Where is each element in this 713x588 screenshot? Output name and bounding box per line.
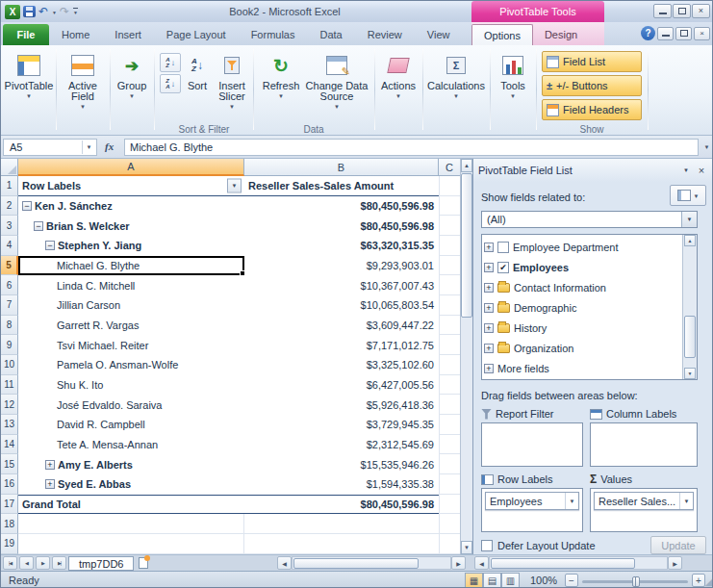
expand-icon[interactable]: + xyxy=(484,263,494,272)
sort-button[interactable]: AZ↓ Sort xyxy=(181,49,214,122)
row-header-3[interactable]: 3 xyxy=(1,216,18,236)
cell-A3[interactable]: −Brian S. Welcker xyxy=(18,216,244,236)
sheet-tab-tmp7DD6[interactable]: tmp7DD6 xyxy=(68,556,134,571)
pivottable-button[interactable]: PivotTable ▼ xyxy=(4,49,54,122)
cell-C18[interactable] xyxy=(439,514,460,534)
row-header-2[interactable]: 2 xyxy=(1,196,18,217)
defer-layout-checkbox[interactable] xyxy=(481,540,493,551)
row-header-11[interactable]: 11 xyxy=(1,375,18,396)
cell-A14[interactable]: Tete A. Mensa-Annan xyxy=(18,435,244,455)
expand-icon[interactable]: + xyxy=(484,344,494,353)
qat-customize-icon[interactable]: ▼ xyxy=(73,8,78,15)
cell-C12[interactable] xyxy=(439,395,460,415)
cell-B3[interactable]: $80,450,596.98 xyxy=(244,216,439,236)
undo-dropdown-icon[interactable]: ▼ xyxy=(52,9,57,15)
cell-B10[interactable]: $3,325,102.60 xyxy=(244,355,439,375)
cell-C7[interactable] xyxy=(439,295,460,316)
dropdown-icon[interactable]: ▼ xyxy=(565,493,578,509)
collapse-toggle[interactable]: − xyxy=(34,221,43,231)
row-header-12[interactable]: 12 xyxy=(1,395,18,415)
cell-C2[interactable] xyxy=(439,196,460,217)
zoom-level[interactable]: 100% xyxy=(526,575,561,586)
workbook-restore-button[interactable] xyxy=(675,27,692,40)
row-header-9[interactable]: 9 xyxy=(1,335,18,355)
values-area[interactable]: Reseller Sales...▼ xyxy=(590,488,698,532)
report-filter-area[interactable] xyxy=(481,422,583,467)
cell-A2[interactable]: −Ken J. Sánchez xyxy=(18,196,244,217)
tab-home[interactable]: Home xyxy=(49,24,102,45)
collapse-toggle[interactable]: − xyxy=(22,201,32,211)
column-header-C[interactable]: C xyxy=(439,159,460,176)
close-button[interactable]: × xyxy=(692,4,710,18)
cell-A12[interactable]: José Edvaldo. Saraiva xyxy=(18,395,244,415)
redo-icon[interactable]: ↷ xyxy=(60,6,69,17)
workbook-minimize-button[interactable] xyxy=(657,27,674,40)
cell-A9[interactable]: Tsvi Michael. Reiter xyxy=(18,335,244,355)
page-break-view-button[interactable]: ▥ xyxy=(501,573,520,588)
dropdown-icon[interactable]: ▼ xyxy=(679,493,693,509)
row-header-10[interactable]: 10 xyxy=(1,355,18,375)
tab-review[interactable]: Review xyxy=(355,24,415,45)
cell-C9[interactable] xyxy=(439,335,460,355)
cell-C11[interactable] xyxy=(439,375,460,396)
field-list-scrollbar-thumb[interactable] xyxy=(684,316,696,358)
tab-formulas[interactable]: Formulas xyxy=(239,24,308,45)
field-item[interactable]: +Employee Department xyxy=(484,237,680,257)
row-header-6[interactable]: 6 xyxy=(1,275,18,295)
field-item[interactable]: +✔Employees xyxy=(484,257,680,277)
field-list-toggle[interactable]: Field List xyxy=(542,51,642,72)
cell-C4[interactable] xyxy=(439,236,460,256)
row-header-17[interactable]: 17 xyxy=(1,495,18,515)
scroll-down-icon[interactable]: ▼ xyxy=(684,368,696,379)
row-header-5[interactable]: 5 xyxy=(1,256,18,276)
cell-C16[interactable] xyxy=(439,474,460,495)
cell-B16[interactable]: $1,594,335.38 xyxy=(244,474,439,495)
cell-C6[interactable] xyxy=(439,275,460,295)
row-header-18[interactable]: 18 xyxy=(1,514,18,534)
expand-icon[interactable]: + xyxy=(484,323,494,333)
cell-A6[interactable]: Linda C. Mitchell xyxy=(18,275,244,295)
cell-C13[interactable] xyxy=(439,415,460,435)
previous-sheet-icon[interactable]: ◀ xyxy=(19,556,34,570)
cell-B17[interactable]: $80,450,596.98 xyxy=(244,495,439,515)
area-field-button-values[interactable]: Reseller Sales...▼ xyxy=(594,492,694,510)
cell-B11[interactable]: $6,427,005.56 xyxy=(244,375,439,396)
cell-A15[interactable]: +Amy E. Alberts xyxy=(18,454,244,474)
pane-menu-dropdown-icon[interactable]: ▼ xyxy=(678,164,694,177)
page-layout-view-button[interactable]: ▤ xyxy=(483,573,501,588)
cell-C15[interactable] xyxy=(439,454,460,474)
help-icon[interactable]: ? xyxy=(641,26,655,40)
cell-A18[interactable] xyxy=(18,514,244,534)
scroll-right-icon[interactable]: ▶ xyxy=(668,556,682,570)
row-header-19[interactable]: 19 xyxy=(1,534,18,554)
expand-toggle[interactable]: + xyxy=(45,460,55,470)
cell-A11[interactable]: Shu K. Ito xyxy=(18,375,244,396)
tab-design[interactable]: Design xyxy=(533,24,589,45)
cell-B1[interactable]: Reseller Sales-Sales Amount xyxy=(244,176,439,196)
last-sheet-icon[interactable]: ▶| xyxy=(52,556,66,570)
horizontal-scrollbar-thumb[interactable] xyxy=(293,558,419,569)
update-button[interactable]: Update xyxy=(650,536,706,554)
tab-data[interactable]: Data xyxy=(307,24,354,45)
expand-icon[interactable]: + xyxy=(484,364,494,373)
save-icon[interactable] xyxy=(23,6,36,17)
pane-close-icon[interactable]: × xyxy=(694,164,709,177)
zoom-slider[interactable] xyxy=(582,580,688,583)
cell-B9[interactable]: $7,171,012.75 xyxy=(244,335,439,355)
cell-A19[interactable] xyxy=(18,534,244,554)
refresh-button[interactable]: ↻ Refresh ▼ xyxy=(259,49,303,122)
zoom-in-button[interactable]: + xyxy=(692,574,705,587)
filter-dropdown-icon[interactable]: ▼ xyxy=(227,178,242,192)
vertical-scrollbar-thumb[interactable] xyxy=(461,173,472,318)
horizontal-scrollbar[interactable]: ◀ ▶ xyxy=(277,556,466,571)
expand-icon[interactable]: + xyxy=(484,303,494,313)
cell-C17[interactable] xyxy=(439,495,460,515)
cell-B12[interactable]: $5,926,418.36 xyxy=(244,395,439,415)
cell-C3[interactable] xyxy=(439,216,460,236)
cell-B7[interactable]: $10,065,803.54 xyxy=(244,295,439,316)
scroll-left-icon[interactable]: ◀ xyxy=(474,556,489,570)
cell-B13[interactable]: $3,729,945.35 xyxy=(244,415,439,435)
row-header-16[interactable]: 16 xyxy=(1,474,18,495)
change-data-source-button[interactable]: ✎ Change Data Source ▼ xyxy=(305,49,369,122)
cell-A13[interactable]: David R. Campbell xyxy=(18,415,244,435)
